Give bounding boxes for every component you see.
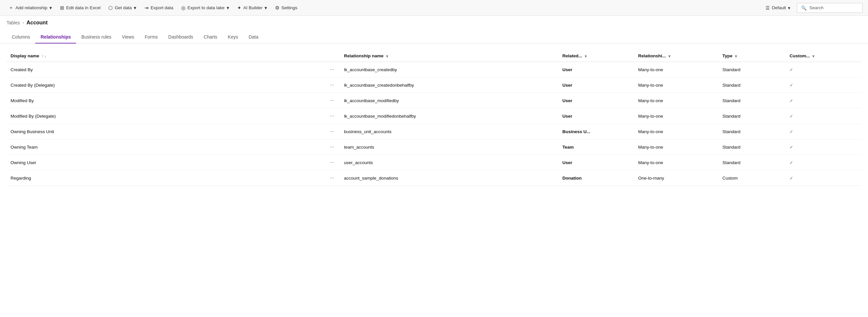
- tab-keys[interactable]: Keys: [223, 31, 243, 44]
- sort-rel-name: ∨: [386, 54, 389, 58]
- cell-type: Standard: [718, 139, 786, 155]
- cell-custom: ✓: [786, 124, 861, 139]
- cell-rel-name: user_accounts: [340, 155, 558, 170]
- custom-checkmark: ✓: [789, 98, 793, 103]
- cell-dots[interactable]: ···: [324, 155, 340, 170]
- excel-icon: ⊞: [60, 5, 64, 11]
- cell-display-name: Created By: [7, 62, 324, 78]
- table-row: Owning Business Unit ··· business_unit_a…: [7, 124, 861, 139]
- breadcrumb-current: Account: [26, 20, 48, 26]
- cell-display-name: Owning Business Unit: [7, 124, 324, 139]
- cell-dots[interactable]: ···: [324, 93, 340, 108]
- cell-relationship: Many-to-one: [634, 155, 718, 170]
- export-lake-button[interactable]: ◎ Export to data lake ▾: [178, 3, 232, 13]
- search-box[interactable]: 🔍 Search: [797, 3, 863, 13]
- search-icon: 🔍: [801, 5, 807, 10]
- table-row: Owning User ··· user_accounts User Many-…: [7, 155, 861, 170]
- sort-related: ∨: [584, 54, 587, 58]
- col-header-display-name[interactable]: Display name ↑ ↓: [7, 50, 324, 62]
- tab-forms[interactable]: Forms: [140, 31, 163, 44]
- sort-type: ∨: [735, 54, 737, 58]
- row-menu-button[interactable]: ···: [328, 66, 336, 73]
- col-header-type[interactable]: Type ∨: [718, 50, 786, 62]
- tab-charts[interactable]: Charts: [198, 31, 222, 44]
- cell-rel-name: lk_accountbase_createdby: [340, 62, 558, 78]
- add-relationship-button[interactable]: ＋ Add relationship ▾: [5, 3, 55, 13]
- tab-relationships[interactable]: Relationships: [35, 31, 76, 44]
- cell-type: Standard: [718, 93, 786, 108]
- cell-custom: ✓: [786, 108, 861, 124]
- cell-related: Team: [558, 139, 634, 155]
- export-data-label: Export data: [151, 5, 173, 10]
- relationships-table: Display name ↑ ↓ Relationship name ∨ Rel…: [7, 50, 861, 186]
- add-relationship-label: Add relationship: [16, 5, 48, 10]
- table-row: Created By (Delegate) ··· lk_accountbase…: [7, 78, 861, 93]
- cell-related: Business U...: [558, 124, 634, 139]
- edit-excel-label: Edit data in Excel: [66, 5, 100, 10]
- sort-relationship: ∨: [668, 54, 671, 58]
- edit-excel-button[interactable]: ⊞ Edit data in Excel: [57, 3, 104, 13]
- breadcrumb: Tables › Account: [0, 16, 868, 26]
- col-header-rel-name[interactable]: Relationship name ∨: [340, 50, 558, 62]
- tab-data[interactable]: Data: [243, 31, 264, 44]
- breadcrumb-separator: ›: [22, 21, 24, 25]
- row-menu-button[interactable]: ···: [328, 159, 336, 166]
- cell-rel-name: lk_accountbase_modifiedby: [340, 93, 558, 108]
- cell-relationship: Many-to-one: [634, 78, 718, 93]
- cell-type: Standard: [718, 124, 786, 139]
- row-menu-button[interactable]: ···: [328, 128, 336, 135]
- export-data-icon: ⇥: [144, 5, 149, 11]
- get-data-dropdown-icon: ▾: [134, 5, 136, 11]
- export-lake-icon: ◎: [181, 5, 185, 11]
- table-header-row: Display name ↑ ↓ Relationship name ∨ Rel…: [7, 50, 861, 62]
- settings-button[interactable]: ⚙ Settings: [272, 3, 301, 13]
- col-header-custom[interactable]: Custom... ∨: [786, 50, 861, 62]
- toolbar: ＋ Add relationship ▾ ⊞ Edit data in Exce…: [0, 0, 868, 16]
- cell-dots[interactable]: ···: [324, 78, 340, 93]
- cell-dots[interactable]: ···: [324, 170, 340, 186]
- cell-dots[interactable]: ···: [324, 124, 340, 139]
- cell-dots[interactable]: ···: [324, 139, 340, 155]
- get-data-icon: ⬡: [108, 5, 113, 11]
- custom-checkmark: ✓: [789, 129, 793, 134]
- row-menu-button[interactable]: ···: [328, 112, 336, 120]
- tab-columns[interactable]: Columns: [7, 31, 35, 44]
- cell-custom: ✓: [786, 93, 861, 108]
- table-row: Modified By ··· lk_accountbase_modifiedb…: [7, 93, 861, 108]
- cell-custom: ✓: [786, 78, 861, 93]
- row-menu-button[interactable]: ···: [328, 143, 336, 151]
- cell-relationship: Many-to-one: [634, 108, 718, 124]
- ai-builder-icon: ✦: [237, 5, 242, 11]
- tab-dashboards[interactable]: Dashboards: [163, 31, 198, 44]
- cell-relationship: One-to-many: [634, 170, 718, 186]
- cell-custom: ✓: [786, 170, 861, 186]
- cell-relationship: Many-to-one: [634, 93, 718, 108]
- cell-display-name: Owning Team: [7, 139, 324, 155]
- cell-relationship: Many-to-one: [634, 139, 718, 155]
- tab-business-rules[interactable]: Business rules: [76, 31, 117, 44]
- cell-type: Standard: [718, 78, 786, 93]
- row-menu-button[interactable]: ···: [328, 81, 336, 89]
- export-data-button[interactable]: ⇥ Export data: [141, 3, 177, 13]
- breadcrumb-tables[interactable]: Tables: [7, 20, 20, 25]
- sort-display-name: ↑ ↓: [42, 54, 46, 58]
- get-data-button[interactable]: ⬡ Get data ▾: [105, 3, 140, 13]
- ai-builder-button[interactable]: ✦ AI Builder ▾: [234, 3, 271, 13]
- cell-dots[interactable]: ···: [324, 108, 340, 124]
- col-header-relationship[interactable]: Relationshi... ∨: [634, 50, 718, 62]
- default-button[interactable]: ☰ Default ▾: [762, 3, 794, 12]
- row-menu-button[interactable]: ···: [328, 97, 336, 104]
- row-menu-button[interactable]: ···: [328, 174, 336, 181]
- cell-display-name: Created By (Delegate): [7, 78, 324, 93]
- ai-builder-label: AI Builder: [243, 5, 263, 10]
- tab-views[interactable]: Views: [117, 31, 140, 44]
- table-row: Modified By (Delegate) ··· lk_accountbas…: [7, 108, 861, 124]
- cell-dots[interactable]: ···: [324, 62, 340, 78]
- cell-type: Custom: [718, 170, 786, 186]
- table-row: Created By ··· lk_accountbase_createdby …: [7, 62, 861, 78]
- add-dropdown-icon: ▾: [50, 5, 52, 11]
- cell-display-name: Modified By: [7, 93, 324, 108]
- cell-display-name: Regarding: [7, 170, 324, 186]
- col-header-related[interactable]: Related... ∨: [558, 50, 634, 62]
- cell-related: User: [558, 93, 634, 108]
